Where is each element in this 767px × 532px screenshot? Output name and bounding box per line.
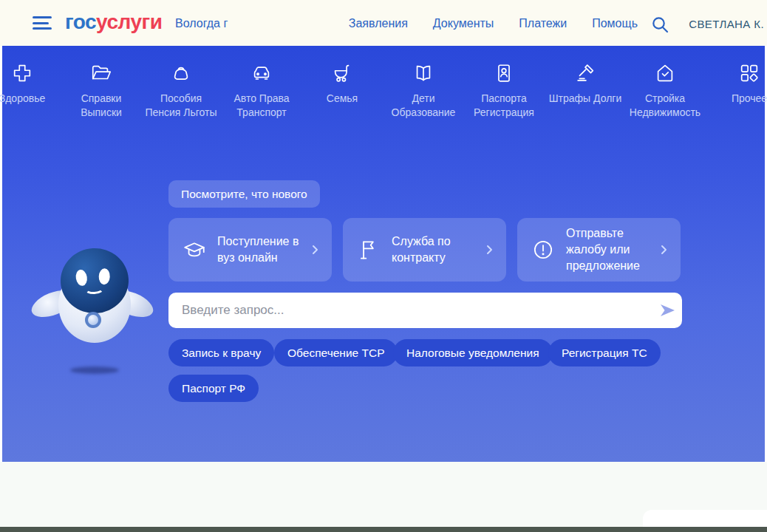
bottom-right-panel: [643, 510, 767, 527]
lower-content-area: [0, 462, 767, 527]
chevron-right-icon: [484, 244, 496, 256]
user-account-button[interactable]: СВЕТЛАНА К.: [689, 18, 764, 30]
logo-part-blue: гос: [65, 10, 96, 33]
house-check-icon: [654, 62, 676, 84]
category-fines-debts[interactable]: Штрафы Долги: [548, 62, 622, 106]
category-label: Здоровье: [0, 92, 59, 106]
chip-tsr-provision[interactable]: Обеспечение ТСР: [274, 339, 398, 366]
graduation-cap-icon: [182, 237, 207, 262]
category-label: Паспорта Регистрация: [467, 92, 541, 120]
gavel-icon: [574, 62, 596, 84]
assistant-robot-mascot[interactable]: [32, 244, 157, 381]
card-label: Отправьте жалобу или предложение: [566, 225, 655, 274]
location-selector[interactable]: Вологда г: [175, 17, 228, 30]
medical-cross-icon: [11, 62, 33, 84]
category-label: Дети Образование: [386, 92, 460, 120]
header-nav: Заявления Документы Платежи Помощь: [349, 17, 638, 30]
nav-item-payments[interactable]: Платежи: [519, 17, 567, 30]
main-blue-panel: Здоровье Справки Выписки Пособия Пенсия …: [2, 46, 765, 462]
bottom-edge-strip: [0, 527, 767, 532]
card-university-admission[interactable]: Поступление в вуз онлайн: [168, 218, 332, 282]
category-label: Прочее: [712, 92, 767, 106]
purse-icon: [170, 62, 192, 84]
category-certificates[interactable]: Справки Выписки: [64, 62, 138, 120]
assistant-search-bar: [168, 293, 682, 328]
menu-hamburger-icon[interactable]: [33, 16, 52, 31]
alert-circle-icon: [531, 237, 556, 262]
open-book-icon: [412, 62, 434, 84]
passport-icon: [493, 62, 515, 84]
chip-tax-notifications[interactable]: Налоговые уведомления: [393, 339, 553, 366]
stroller-icon: [331, 62, 353, 84]
robot-eye: [98, 268, 110, 285]
card-contract-service[interactable]: Служба по контракту: [343, 218, 506, 282]
nav-item-applications[interactable]: Заявления: [349, 17, 408, 30]
card-label: Поступление в вуз онлайн: [217, 233, 307, 266]
chevron-right-icon: [658, 244, 670, 256]
robot-smile: [84, 283, 104, 294]
car-icon: [250, 62, 273, 84]
category-health[interactable]: Здоровье: [0, 62, 59, 106]
category-label: Справки Выписки: [64, 92, 138, 120]
gosuslugi-logo[interactable]: госуслуги: [65, 10, 162, 34]
category-other[interactable]: Прочее: [712, 62, 767, 106]
category-label: Стройка Недвижимость: [628, 92, 702, 120]
robot-eye: [75, 269, 88, 287]
category-construction[interactable]: Стройка Недвижимость: [628, 62, 702, 120]
category-label: Штрафы Долги: [548, 92, 622, 106]
flag-icon: [356, 237, 381, 262]
chevron-right-icon: [310, 244, 321, 256]
card-complaint[interactable]: Отправьте жалобу или предложение: [517, 218, 681, 282]
category-auto[interactable]: Авто Права Транспорт: [225, 62, 299, 120]
search-icon[interactable]: [650, 15, 669, 34]
grid-icon: [738, 62, 760, 84]
category-children-education[interactable]: Дети Образование: [386, 62, 460, 120]
send-query-button[interactable]: [652, 296, 682, 325]
category-passports[interactable]: Паспорта Регистрация: [467, 62, 541, 120]
category-family[interactable]: Семья: [305, 62, 379, 106]
nav-item-help[interactable]: Помощь: [592, 17, 638, 30]
category-benefits[interactable]: Пособия Пенсия Льготы: [144, 62, 218, 120]
logo-part-red: услуги: [96, 10, 162, 33]
category-label: Семья: [305, 92, 379, 106]
category-label: Авто Права Транспорт: [225, 92, 299, 120]
whats-new-button[interactable]: Посмотрите, что нового: [168, 180, 320, 208]
chip-doctor-appointment[interactable]: Запись к врачу: [168, 339, 274, 366]
send-arrow-icon: [658, 301, 676, 319]
chip-vehicle-registration[interactable]: Регистрация ТС: [548, 339, 661, 366]
search-input[interactable]: [182, 303, 652, 318]
nav-item-documents[interactable]: Документы: [433, 17, 494, 30]
chip-passport-rf[interactable]: Паспорт РФ: [168, 375, 259, 402]
category-label: Пособия Пенсия Льготы: [144, 92, 218, 120]
robot-chest-button: [85, 312, 101, 328]
top-header: госуслуги Вологда г Заявления Документы …: [0, 0, 767, 46]
robot-shadow: [70, 366, 119, 374]
folder-icon: [90, 62, 112, 84]
card-label: Служба по контракту: [392, 233, 481, 266]
